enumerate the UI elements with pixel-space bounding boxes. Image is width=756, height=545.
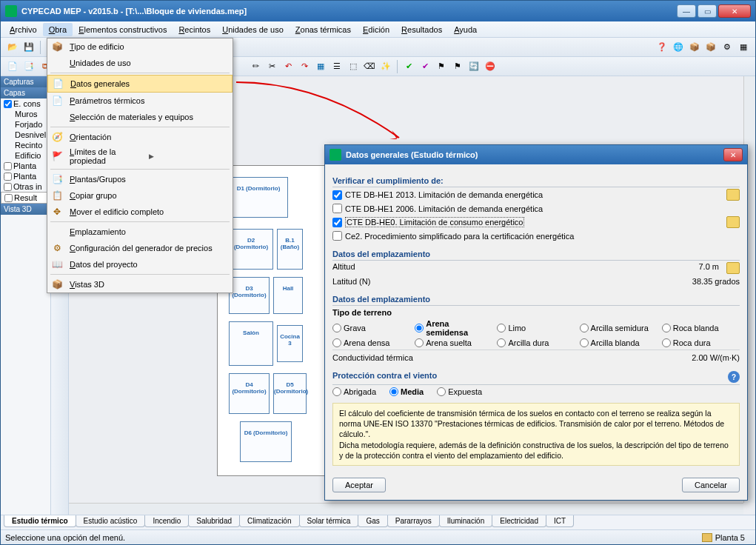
tab-estudio-acústico[interactable]: Estudio acústico: [76, 515, 146, 527]
menu-item-copiar-grupo[interactable]: 📋Copiar grupo: [47, 187, 233, 204]
viento-help-button[interactable]: ?: [728, 371, 740, 383]
menu-item-mover-el-edificio-completo[interactable]: ✥Mover el edificio completo: [47, 204, 233, 220]
layer-checkbox[interactable]: [4, 162, 12, 170]
folder-button[interactable]: [726, 216, 740, 228]
check-icon[interactable]: ✔: [401, 59, 416, 74]
compliance-checkbox[interactable]: [332, 190, 342, 200]
layers-icon[interactable]: ☰: [330, 59, 344, 74]
menu-item-orientación[interactable]: 🧭Orientación: [47, 129, 233, 145]
terreno-radio[interactable]: Arcilla dura: [497, 338, 575, 347]
layer-desnivel[interactable]: Desnivel: [1, 130, 50, 140]
room[interactable]: D2 (Dormitorio): [229, 229, 273, 270]
cancel-button[interactable]: Cancelar: [682, 478, 740, 492]
room[interactable]: D4 (Dormitorio): [229, 373, 270, 414]
viento-radio[interactable]: Expuesta: [437, 387, 482, 396]
layer-muros[interactable]: Muros: [1, 109, 50, 119]
tab-gas[interactable]: Gas: [358, 515, 387, 527]
menu-archivo[interactable]: Archivo: [4, 23, 43, 36]
menu-unidades-de-uso[interactable]: Unidades de uso: [216, 23, 290, 36]
viento-radio-input[interactable]: [389, 387, 398, 396]
terreno-radio-input[interactable]: [332, 324, 341, 332]
menu-item-datos-del-proyecto[interactable]: 📖Datos del proyecto: [47, 256, 233, 272]
layer-otras-in[interactable]: Otras in: [1, 181, 50, 192]
tab-electricidad[interactable]: Electricidad: [492, 515, 546, 527]
cube2-icon[interactable]: 📦: [703, 40, 718, 55]
menu-item-datos-generales[interactable]: 📄Datos generales: [47, 75, 233, 93]
open-icon[interactable]: 📂: [5, 40, 20, 55]
globe-icon[interactable]: 🌐: [671, 40, 686, 55]
layer-checkbox[interactable]: [4, 173, 12, 181]
tab-iluminación[interactable]: Iluminación: [439, 515, 493, 527]
menu-edición[interactable]: Edición: [357, 23, 395, 36]
redo-icon[interactable]: ↷: [297, 59, 312, 74]
room[interactable]: D5 (Dormitorio): [273, 373, 307, 414]
compliance-option[interactable]: CTE DB-HE1 2013. Limitación de demanda e…: [332, 187, 740, 202]
tab-pararrayos[interactable]: Pararrayos: [387, 515, 440, 527]
terreno-radio-input[interactable]: [580, 338, 589, 347]
terreno-radio-input[interactable]: [332, 338, 341, 347]
layer-checkbox[interactable]: [4, 100, 12, 108]
room[interactable]: B.1 (Baño): [277, 229, 303, 270]
menu-item-plantas-grupos[interactable]: 📑Plantas/Grupos: [47, 171, 233, 187]
room[interactable]: D3 (Dormitorio): [229, 277, 270, 314]
viento-radio-input[interactable]: [437, 387, 446, 396]
horizontal-scrollbar[interactable]: [69, 503, 743, 515]
menu-item-límites-de-la-propiedad[interactable]: 🚩Límites de la propiedad▶: [47, 145, 233, 167]
menu-item-tipo-de-edificio[interactable]: 📦Tipo de edificio: [47, 39, 233, 55]
menu-item-configuración-del-generador-de-precios[interactable]: ⚙Configuración del generador de precios: [47, 240, 233, 256]
terreno-radio[interactable]: Roca dura: [662, 338, 740, 347]
menu-resultados[interactable]: Resultados: [395, 23, 448, 36]
flag2-icon[interactable]: ⚑: [450, 59, 465, 74]
tab-ict[interactable]: ICT: [546, 515, 574, 527]
room[interactable]: D6 (Dormitorio): [240, 421, 292, 462]
viento-radio-input[interactable]: [332, 387, 341, 396]
layout-icon[interactable]: ▦: [736, 40, 751, 55]
terreno-radio[interactable]: Grava: [332, 319, 410, 337]
terreno-radio[interactable]: Arcilla semidura: [580, 319, 658, 337]
menu-elementos-constructivos[interactable]: Elementos constructivos: [73, 23, 173, 36]
config-icon[interactable]: ⚙: [720, 40, 735, 55]
layer-planta[interactable]: Planta: [1, 171, 50, 181]
save-icon[interactable]: 💾: [21, 40, 36, 55]
room[interactable]: D1 (Dormitorio): [229, 177, 288, 218]
tab-climatización[interactable]: Climatización: [239, 515, 299, 527]
compliance-option[interactable]: Ce2. Procedimiento simplificado para la …: [332, 230, 740, 242]
terreno-radio-input[interactable]: [662, 338, 671, 347]
menu-obra[interactable]: Obra: [43, 23, 73, 36]
compliance-option[interactable]: CTE DB-HE1 2006. Limitación de demanda e…: [332, 202, 740, 215]
flag1-icon[interactable]: ⚑: [434, 59, 449, 74]
refresh-icon[interactable]: 🔄: [466, 59, 481, 74]
stack-icon[interactable]: 📑: [21, 59, 36, 74]
terreno-radio-input[interactable]: [497, 324, 506, 332]
room[interactable]: Cocina 3: [277, 325, 303, 362]
terreno-radio-input[interactable]: [415, 338, 424, 347]
terreno-radio-input[interactable]: [662, 324, 671, 332]
layer-checkbox[interactable]: [4, 194, 13, 202]
accept-button[interactable]: Aceptar: [332, 478, 386, 492]
compliance-option[interactable]: CTE DB-HE0. Limitación de consumo energé…: [332, 215, 740, 230]
undo-icon[interactable]: ↶: [281, 59, 295, 74]
select-icon[interactable]: ⬚: [346, 59, 361, 74]
maximize-button[interactable]: ▭: [698, 4, 717, 18]
menu-item-parámetros-térmicos[interactable]: 📄Parámetros térmicos: [47, 93, 233, 109]
tab-salubridad[interactable]: Salubridad: [188, 515, 240, 527]
close-button[interactable]: ✕: [718, 4, 751, 18]
tab-estudio-térmico[interactable]: Estudio térmico: [4, 515, 76, 527]
terreno-radio[interactable]: Arena densa: [332, 338, 410, 347]
grid-icon[interactable]: ▦: [313, 59, 328, 74]
menu-item-vistas-3d[interactable]: 📦Vistas 3D: [47, 276, 233, 292]
layer-edificio[interactable]: Edificio: [1, 150, 50, 161]
menu-recintos[interactable]: Recintos: [173, 23, 216, 36]
altitud-edit-button[interactable]: [726, 262, 740, 274]
terreno-radio[interactable]: Roca blanda: [662, 319, 740, 337]
vista3d-header[interactable]: Vista 3D: [1, 204, 50, 215]
layer-e-cons[interactable]: E. cons: [1, 98, 50, 109]
compliance-checkbox[interactable]: [332, 231, 342, 241]
terreno-radio-input[interactable]: [497, 338, 506, 347]
layer-checkbox[interactable]: [4, 183, 12, 191]
terreno-radio[interactable]: Arena suelta: [415, 338, 492, 347]
room[interactable]: Hall: [273, 277, 303, 314]
menu-zonas-térmicas[interactable]: Zonas térmicas: [290, 23, 357, 36]
wand-icon[interactable]: ✨: [378, 59, 393, 74]
tab-solar-térmica[interactable]: Solar térmica: [299, 515, 359, 527]
